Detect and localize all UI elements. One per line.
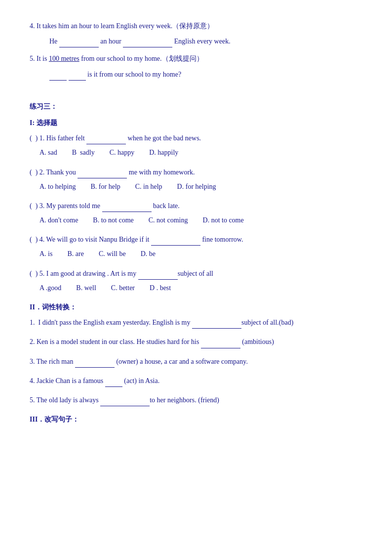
blank-q4[interactable] (151, 238, 200, 246)
question-5: ( ) 5. I am good at drawing . Art is my … (30, 267, 362, 280)
exercise-4-blank-line: He an hour English every week. (49, 35, 362, 47)
part2-q2-text: 2. Ken is a model student in our class. … (30, 336, 362, 348)
option-3d: D. not to come (203, 214, 244, 226)
part1-title: I: 选择题 (30, 117, 362, 129)
question-1-options: A. sad B sadly C. happy D. happily (39, 146, 362, 159)
option-1a: A. sad (39, 146, 57, 159)
question-1-group: ( ) 1. His father felt when he got the b… (30, 132, 362, 159)
blank-3[interactable] (49, 73, 67, 81)
option-4c: C. will be (99, 248, 126, 260)
blank-2[interactable] (123, 40, 172, 47)
question-5-group: ( ) 5. I am good at drawing . Art is my … (30, 267, 362, 294)
exercise-5-blank-line: is it from our school to my home? (49, 68, 362, 81)
blank-p2q5[interactable] (100, 398, 150, 406)
part2-title: II．词性转换： (30, 301, 362, 313)
option-2a: A. to helping (39, 180, 76, 193)
question-3: ( ) 3. My parents told me back late. (30, 200, 362, 212)
part2-q4-text: 4. Jackie Chan is a famous (act) in Asia… (30, 375, 362, 387)
blank-q3[interactable] (102, 204, 152, 212)
exercise-4: 4. It takes him an hour to learn English… (30, 20, 362, 47)
blank-q2[interactable] (78, 171, 127, 178)
option-5d: D . best (150, 282, 171, 294)
question-2-options: A. to helping B. for help C. in help D. … (39, 180, 362, 193)
blank-p2q1[interactable] (192, 321, 241, 329)
part2-q5: 5. The old lady is always to her neighbo… (30, 394, 362, 406)
blank-q5[interactable] (138, 272, 178, 280)
exercise-4-text: 4. It takes him an hour to learn English… (30, 22, 214, 30)
part2-q3: 3. The rich man (owner) a house, a car a… (30, 355, 362, 368)
part3-title: III．改写句子： (30, 413, 362, 426)
part2-q2: 2. Ken is a model student in our class. … (30, 336, 362, 348)
option-3c: C. not coming (149, 214, 188, 226)
question-4-options: A. is B. are C. will be D. be (39, 248, 362, 260)
option-3a: A. don't come (39, 214, 78, 226)
option-4d: D. be (141, 248, 156, 260)
question-4-group: ( ) 4. We will go to visit Nanpu Bridge … (30, 233, 362, 260)
option-3b: B. to not come (93, 214, 133, 226)
question-4: ( ) 4. We will go to visit Nanpu Bridge … (30, 233, 362, 246)
question-3-group: ( ) 3. My parents told me back late. A. … (30, 200, 362, 226)
part2-q5-text: 5. The old lady is always to her neighbo… (30, 394, 362, 406)
question-5-options: A .good B. well C. better D . best (39, 282, 362, 294)
blank-p2q2[interactable] (201, 341, 240, 348)
exercise-4-instruction: 4. It takes him an hour to learn English… (30, 20, 362, 32)
option-1d: D. happily (149, 146, 178, 159)
option-5a: A .good (39, 282, 61, 294)
option-5c: C. better (111, 282, 135, 294)
option-2b: B. for help (91, 180, 120, 193)
blank-p2q4[interactable] (105, 379, 122, 387)
part2-q3-text: 3. The rich man (owner) a house, a car a… (30, 355, 362, 368)
option-2c: C. in help (135, 180, 162, 193)
option-4b: B. are (67, 248, 83, 260)
exercise-5: 5. It is 100 metres from our school to m… (30, 52, 362, 80)
question-3-options: A. don't come B. to not come C. not comi… (39, 214, 362, 226)
section3-title: 练习三： (30, 100, 362, 113)
option-2d: D. for helping (177, 180, 216, 193)
blank-p2q3[interactable] (75, 360, 115, 368)
part2-q4: 4. Jackie Chan is a famous (act) in Asia… (30, 375, 362, 387)
part2-q1: 1. I didn't pass the English exam yester… (30, 316, 362, 329)
underlined-text: 100 metres (49, 55, 79, 62)
option-5b: B. well (76, 282, 96, 294)
option-4a: A. is (39, 248, 52, 260)
blank-1[interactable] (59, 40, 99, 47)
option-1c: C. happy (110, 146, 135, 159)
question-2-group: ( ) 2. Thank you me with my homework. A.… (30, 166, 362, 193)
option-1b: B sadly (72, 146, 95, 159)
exercise-5-instruction: 5. It is 100 metres from our school to m… (30, 52, 362, 65)
blank-q1[interactable] (86, 136, 126, 144)
blank-4[interactable] (69, 73, 86, 81)
part2-q1-text: 1. I didn't pass the English exam yester… (30, 316, 362, 329)
question-1: ( ) 1. His father felt when he got the b… (30, 132, 362, 144)
question-2: ( ) 2. Thank you me with my homework. (30, 166, 362, 178)
